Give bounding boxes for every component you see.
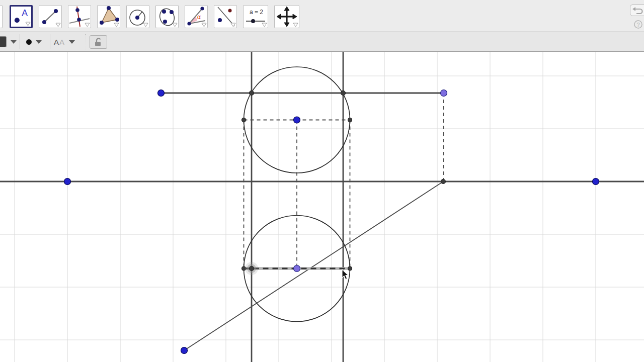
tool-button-slider[interactable]: a = 2 (243, 5, 268, 28)
tool-button-point[interactable]: A (10, 5, 33, 28)
tool-dropdown-icon[interactable] (114, 23, 119, 27)
help-icon: ? (634, 20, 642, 29)
tool-dropdown-icon[interactable] (85, 23, 90, 27)
point-bottom-circle-center[interactable] (294, 265, 300, 272)
tool-dropdown-icon[interactable] (55, 23, 61, 27)
point-line-left[interactable] (64, 178, 71, 185)
point-circle-east[interactable] (348, 118, 352, 122)
tool-button-move[interactable] (0, 5, 3, 28)
point-style-button[interactable] (26, 32, 42, 51)
point-diagonal-end[interactable] (181, 347, 188, 354)
point-style-icon (26, 39, 32, 45)
style-bar: AA (0, 32, 644, 52)
svg-text:a = 2: a = 2 (250, 9, 263, 16)
tool-button-line[interactable] (68, 5, 91, 28)
chevron-down-icon (69, 40, 75, 44)
tool-dropdown-icon[interactable] (293, 23, 298, 27)
tool-button-angle[interactable]: α (185, 5, 208, 28)
color-style-button[interactable] (0, 32, 17, 51)
tool-dropdown-icon[interactable] (262, 23, 267, 27)
tool-dropdown-icon[interactable] (143, 23, 148, 27)
point-bottom-highlighted[interactable] (250, 266, 254, 271)
tool-button-circle[interactable] (126, 5, 149, 28)
svg-text:?: ? (637, 22, 640, 28)
tool-button-segment[interactable] (39, 5, 62, 28)
chevron-down-icon (11, 40, 17, 44)
help-button[interactable]: ? (634, 20, 642, 29)
tool-button-conic[interactable] (155, 5, 179, 28)
point-top-circle-center[interactable] (294, 117, 300, 123)
lock-button[interactable] (90, 35, 107, 49)
point-segment-right[interactable] (441, 90, 447, 97)
svg-text:α: α (197, 14, 201, 21)
chevron-down-icon (36, 40, 42, 44)
geogebra-window: A (0, 0, 644, 362)
svg-text:A: A (22, 8, 28, 18)
point-segment-left[interactable] (158, 90, 165, 97)
graphics-canvas[interactable] (0, 52, 644, 362)
tool-button-polygon[interactable] (97, 5, 120, 28)
color-swatch (0, 36, 7, 47)
text-style-button[interactable]: AA (54, 32, 75, 51)
undo-button[interactable] (630, 5, 644, 16)
point-circle-west[interactable] (242, 118, 246, 122)
toolbar: A (0, 0, 644, 32)
tool-dropdown-icon[interactable] (230, 23, 236, 27)
tool-dropdown-icon[interactable] (25, 22, 31, 26)
diagonal-segment[interactable] (184, 182, 443, 350)
point-intersect-top-left[interactable] (250, 91, 254, 96)
unlock-icon (93, 37, 105, 47)
undo-icon (630, 5, 644, 17)
graphics-view[interactable] (0, 52, 644, 362)
point-on-line[interactable] (441, 179, 446, 184)
tool-button-move-graphics[interactable] (274, 5, 299, 28)
text-style-icon: AA (54, 38, 65, 46)
tool-button-reflection[interactable] (214, 5, 237, 28)
point-line-right[interactable] (593, 178, 599, 185)
tool-dropdown-icon[interactable] (172, 23, 178, 27)
point-bottom-east[interactable] (348, 266, 352, 270)
tool-dropdown-icon[interactable] (201, 23, 207, 27)
point-intersect-top-right[interactable] (341, 91, 346, 96)
